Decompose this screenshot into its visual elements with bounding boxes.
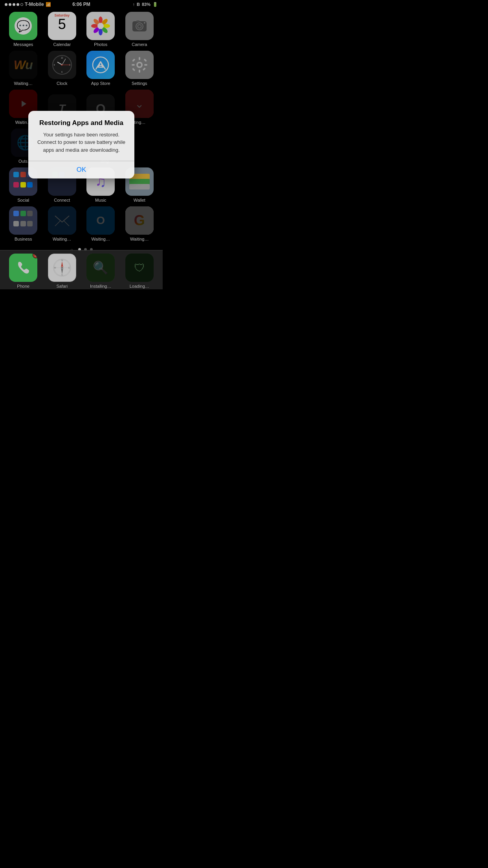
- home-screen: T-Mobile 📶 6:06 PM ↑ B 83% 🔋 💬 Messages: [0, 0, 163, 289]
- dialog: Restoring Apps and Media Your settings h…: [28, 111, 134, 178]
- dialog-ok-button[interactable]: OK: [28, 161, 134, 178]
- dialog-content: Restoring Apps and Media Your settings h…: [28, 111, 134, 161]
- dialog-title: Restoring Apps and Media: [35, 119, 128, 127]
- dialog-message: Your settings have been restored. Connec…: [35, 131, 128, 154]
- dialog-overlay: Restoring Apps and Media Your settings h…: [0, 0, 163, 289]
